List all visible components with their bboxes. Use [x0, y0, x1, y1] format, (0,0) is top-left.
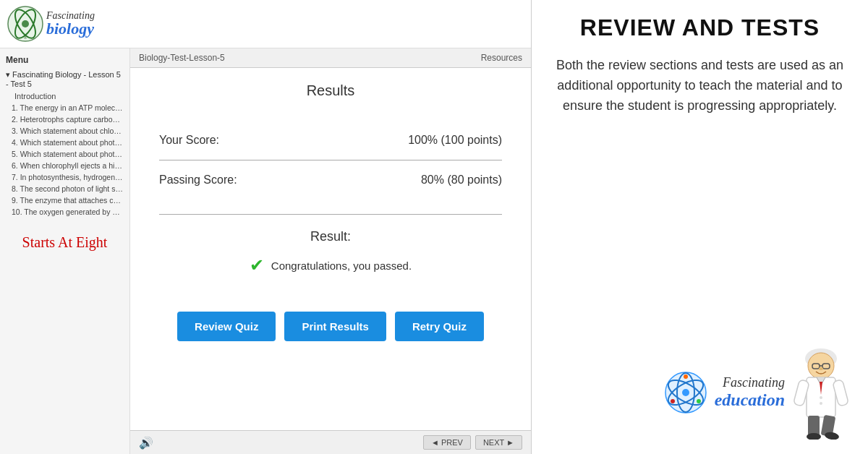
- svg-point-3: [22, 20, 29, 27]
- your-score-value: 100% (100 points): [408, 134, 502, 147]
- your-score-row: Your Score: 100% (100 points): [159, 121, 502, 160]
- result-label: Result:: [310, 229, 351, 244]
- brand-fascinating-label: Fascinating: [715, 375, 785, 390]
- checkmark-icon: ✔: [250, 255, 264, 275]
- right-panel-description: Both the review sections and tests are u…: [550, 56, 850, 338]
- sidebar-item-9[interactable]: 9. The enzyme that attaches carb...: [0, 194, 129, 206]
- svg-rect-24: [808, 416, 820, 436]
- sidebar-item-7[interactable]: 7. In photosynthesis, hydrogen io...: [0, 171, 129, 183]
- next-button[interactable]: NEXT ►: [475, 435, 522, 450]
- svg-point-10: [684, 374, 688, 379]
- sidebar-item-8[interactable]: 8. The second photon of light stri...: [0, 183, 129, 194]
- sidebar-intro-item[interactable]: Introduction: [0, 90, 129, 102]
- result-divider: [159, 214, 502, 215]
- speaker-icon[interactable]: 🔊: [139, 436, 153, 450]
- svg-point-18: [819, 367, 823, 370]
- logo-container: ® Fascinating biology: [7, 6, 95, 42]
- your-score-label: Your Score:: [159, 134, 219, 147]
- svg-text:®: ®: [23, 35, 27, 40]
- resources-link[interactable]: Resources: [481, 53, 522, 63]
- left-panel: ® Fascinating biology Menu ▾ Fascinating…: [0, 0, 532, 454]
- logo-biology-text: biology: [46, 21, 95, 37]
- professor-icon: [792, 346, 850, 440]
- sidebar-item-3[interactable]: 3. Which statement about chloro...: [0, 125, 129, 137]
- svg-point-11: [697, 399, 701, 403]
- sidebar-item-1[interactable]: 1. The energy in an ATP molecule...: [0, 102, 129, 113]
- svg-point-9: [682, 389, 689, 396]
- sidebar-section-title[interactable]: ▾ Fascinating Biology - Lesson 5 - Test …: [0, 68, 129, 90]
- frame-body: Results Your Score: 100% (100 points) Pa…: [130, 68, 531, 430]
- prev-button[interactable]: ◄ PREV: [423, 435, 471, 450]
- frame-header: Biology-Test-Lesson-5 Resources: [130, 48, 531, 68]
- review-quiz-button[interactable]: Review Quiz: [177, 312, 276, 341]
- brand-bottom-text: Fascinating education: [715, 375, 785, 410]
- sidebar-item-5[interactable]: 5. Which statement about photos...: [0, 148, 129, 160]
- main-content-area: Menu ▾ Fascinating Biology - Lesson 5 - …: [0, 48, 531, 454]
- sidebar-item-4[interactable]: 4. Which statement about photos...: [0, 137, 129, 148]
- footer-nav: ◄ PREV NEXT ►: [423, 435, 522, 450]
- retry-quiz-button[interactable]: Retry Quiz: [395, 312, 484, 341]
- logo-text: Fascinating biology: [46, 11, 95, 37]
- biology-logo-icon: ®: [7, 6, 43, 42]
- brand-education-label: education: [715, 390, 785, 410]
- right-panel: REVIEW AND TESTS Both the review section…: [532, 0, 868, 454]
- sidebar-brand-text: Starts At Eight: [22, 234, 108, 250]
- svg-point-20: [820, 396, 822, 399]
- score-table: Your Score: 100% (100 points) Passing Sc…: [159, 121, 502, 200]
- passing-score-value: 80% (80 points): [421, 174, 502, 187]
- content-frame: Biology-Test-Lesson-5 Resources Results …: [130, 48, 531, 454]
- print-results-button[interactable]: Print Results: [284, 312, 386, 341]
- passing-score-row: Passing Score: 80% (80 points): [159, 160, 502, 200]
- sidebar-item-6[interactable]: 6. When chlorophyll ejects a high...: [0, 160, 129, 171]
- sidebar-brand: Starts At Eight: [0, 228, 129, 257]
- sidebar-menu-label: Menu: [0, 52, 129, 68]
- results-title: Results: [307, 82, 355, 99]
- congrats-text: Congratulations, you passed.: [271, 260, 412, 272]
- right-panel-title: REVIEW AND TESTS: [580, 14, 820, 41]
- right-panel-bottom: Fascinating education: [550, 346, 850, 440]
- svg-point-21: [820, 402, 822, 405]
- logo-bar: ® Fascinating biology: [0, 0, 531, 48]
- frame-footer: 🔊 ◄ PREV NEXT ►: [130, 430, 531, 454]
- quiz-buttons-row: Review Quiz Print Results Retry Quiz: [177, 312, 484, 341]
- congrats-row: ✔ Congratulations, you passed.: [250, 255, 412, 275]
- sidebar: Menu ▾ Fascinating Biology - Lesson 5 - …: [0, 48, 130, 454]
- sidebar-item-10[interactable]: 10. The oxygen generated by pho...: [0, 206, 129, 218]
- passing-score-label: Passing Score:: [159, 174, 237, 187]
- sidebar-item-2[interactable]: 2. Heterotrophs capture carbon f...: [0, 113, 129, 125]
- brand-bottom: Fascinating education: [664, 346, 850, 440]
- fascinating-education-logo-icon: [664, 371, 707, 414]
- frame-title: Biology-Test-Lesson-5: [139, 53, 225, 63]
- svg-point-12: [671, 399, 675, 403]
